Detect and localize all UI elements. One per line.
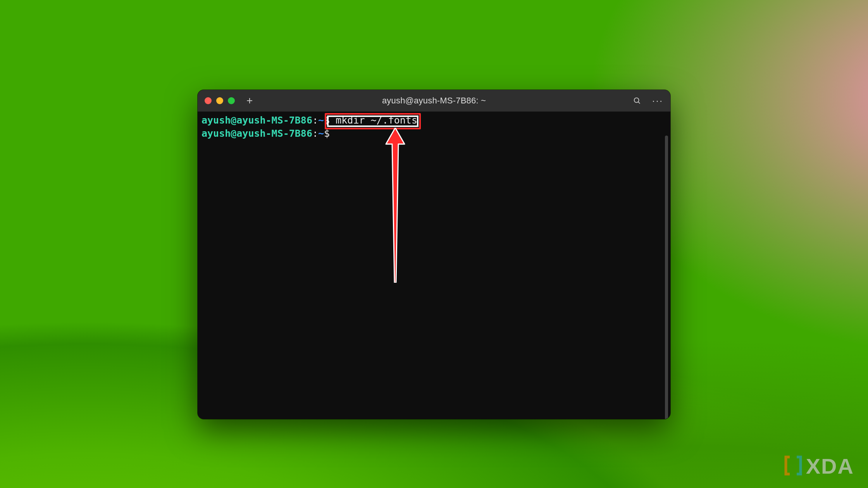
window-controls bbox=[205, 97, 235, 104]
window-menu-icon[interactable]: ··· bbox=[652, 96, 663, 105]
annotation-highlight-box bbox=[325, 113, 421, 129]
maximize-icon[interactable] bbox=[228, 97, 235, 104]
prompt-path: ~ bbox=[318, 128, 324, 139]
prompt-path: ~ bbox=[318, 115, 324, 126]
svg-line-1 bbox=[638, 102, 640, 103]
terminal-line: ayush@ayush-MS-7B86:~$ bbox=[202, 127, 666, 140]
window-titlebar[interactable]: + ayush@ayush-MS-7B86: ~ ··· bbox=[198, 90, 670, 112]
close-icon[interactable] bbox=[205, 97, 212, 104]
window-title: ayush@ayush-MS-7B86: ~ bbox=[382, 96, 486, 106]
terminal-body[interactable]: ayush@ayush-MS-7B86:~$ mkdir ~/.fonts ay… bbox=[198, 112, 670, 419]
prompt-user-host: ayush@ayush-MS-7B86 bbox=[202, 128, 312, 139]
prompt-symbol: $ bbox=[324, 128, 330, 139]
xda-bracket-icon bbox=[784, 455, 802, 476]
search-icon[interactable] bbox=[633, 96, 641, 105]
svg-point-0 bbox=[634, 98, 639, 103]
new-tab-button[interactable]: + bbox=[246, 95, 253, 106]
prompt-colon: : bbox=[312, 115, 318, 126]
terminal-line: ayush@ayush-MS-7B86:~$ mkdir ~/.fonts bbox=[202, 114, 666, 127]
annotation-highlight-inner bbox=[328, 116, 418, 126]
terminal-window[interactable]: + ayush@ayush-MS-7B86: ~ ··· ayush@ayush… bbox=[198, 90, 670, 419]
xda-watermark: XDA bbox=[784, 453, 854, 478]
screenshot-root: + ayush@ayush-MS-7B86: ~ ··· ayush@ayush… bbox=[0, 0, 868, 488]
xda-watermark-text: XDA bbox=[806, 454, 854, 479]
prompt-user-host: ayush@ayush-MS-7B86 bbox=[202, 115, 312, 126]
minimize-icon[interactable] bbox=[216, 97, 223, 104]
prompt-colon: : bbox=[312, 128, 318, 139]
terminal-scrollbar[interactable] bbox=[665, 136, 668, 419]
